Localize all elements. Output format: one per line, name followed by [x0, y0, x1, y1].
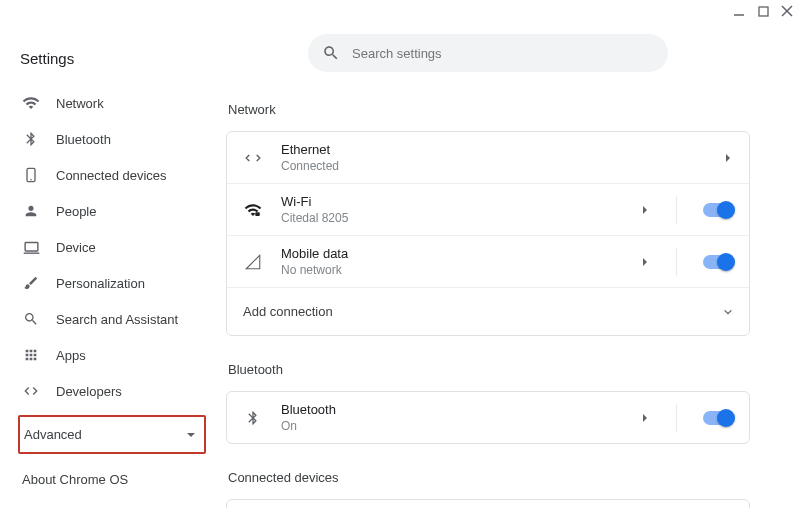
chevron-right-icon[interactable]	[640, 205, 650, 215]
apps-icon	[22, 346, 40, 364]
sidebar-item-search-assistant[interactable]: Search and Assistant	[18, 301, 198, 337]
sidebar-item-personalization[interactable]: Personalization	[18, 265, 198, 301]
wifi-toggle[interactable]	[703, 203, 733, 217]
wifi-status: Citedal 8205	[281, 211, 622, 225]
brush-icon	[22, 274, 40, 292]
sidebar-item-bluetooth[interactable]: Bluetooth	[18, 121, 198, 157]
close-icon[interactable]	[780, 4, 794, 18]
bluetooth-row[interactable]: Bluetooth On	[227, 392, 749, 443]
search-input[interactable]	[352, 46, 654, 61]
wifi-lock-icon	[243, 200, 263, 220]
connected-card: Galaxy S21 5G Enabled	[226, 499, 750, 508]
ethernet-row[interactable]: Ethernet Connected	[227, 132, 749, 183]
sidebar-item-developers[interactable]: Developers	[18, 373, 198, 409]
section-title-bluetooth: Bluetooth	[228, 362, 750, 377]
sidebar-item-device[interactable]: Device	[18, 229, 198, 265]
search-container[interactable]	[308, 34, 668, 72]
mobile-toggle[interactable]	[703, 255, 733, 269]
sidebar-item-label: Personalization	[56, 276, 145, 291]
sidebar-item-apps[interactable]: Apps	[18, 337, 198, 373]
ethernet-label: Ethernet	[281, 142, 705, 157]
chevron-right-icon[interactable]	[640, 413, 650, 423]
svg-rect-1	[759, 7, 768, 16]
connected-device-row[interactable]: Galaxy S21 5G Enabled	[227, 500, 749, 508]
ethernet-icon	[243, 148, 263, 168]
code-icon	[22, 382, 40, 400]
page-title: Settings	[18, 24, 198, 85]
divider	[676, 248, 677, 276]
chevron-right-icon	[723, 153, 733, 163]
mobile-status: No network	[281, 263, 622, 277]
chevron-down-icon	[723, 307, 733, 317]
sidebar-advanced-toggle[interactable]: Advanced	[18, 415, 206, 454]
sidebar-item-label: Bluetooth	[56, 132, 111, 147]
maximize-icon[interactable]	[756, 4, 770, 18]
signal-icon	[243, 252, 263, 272]
sidebar-item-label: Connected devices	[56, 168, 167, 183]
person-icon	[22, 202, 40, 220]
add-connection-label: Add connection	[243, 304, 705, 319]
bluetooth-icon	[243, 408, 263, 428]
sidebar-item-label: Search and Assistant	[56, 312, 178, 327]
bluetooth-toggle[interactable]	[703, 411, 733, 425]
svg-rect-6	[25, 242, 38, 251]
add-connection-row[interactable]: Add connection	[227, 287, 749, 335]
minimize-icon[interactable]	[732, 4, 746, 18]
bluetooth-icon	[22, 130, 40, 148]
ethernet-status: Connected	[281, 159, 705, 173]
network-card: Ethernet Connected Wi-Fi Citedal 8205 Mo	[226, 131, 750, 336]
sidebar-item-network[interactable]: Network	[18, 85, 198, 121]
search-icon	[22, 310, 40, 328]
chevron-right-icon[interactable]	[640, 257, 650, 267]
sidebar-item-label: Network	[56, 96, 104, 111]
sidebar-item-connected-devices[interactable]: Connected devices	[18, 157, 198, 193]
section-title-network: Network	[228, 102, 750, 117]
svg-rect-8	[255, 212, 260, 216]
sidebar-item-label: People	[56, 204, 96, 219]
wifi-label: Wi-Fi	[281, 194, 622, 209]
bluetooth-label: Bluetooth	[281, 402, 622, 417]
divider	[676, 196, 677, 224]
section-title-connected: Connected devices	[228, 470, 750, 485]
about-label: About Chrome OS	[22, 472, 128, 487]
phone-icon	[22, 166, 40, 184]
sidebar-item-people[interactable]: People	[18, 193, 198, 229]
advanced-label: Advanced	[24, 427, 82, 442]
divider	[676, 404, 677, 432]
mobile-label: Mobile data	[281, 246, 622, 261]
wifi-row[interactable]: Wi-Fi Citedal 8205	[227, 183, 749, 235]
sidebar-item-label: Device	[56, 240, 96, 255]
laptop-icon	[22, 238, 40, 256]
bluetooth-status: On	[281, 419, 622, 433]
search-icon	[322, 44, 340, 62]
sidebar-item-label: Apps	[56, 348, 86, 363]
bluetooth-card: Bluetooth On	[226, 391, 750, 444]
sidebar-item-label: Developers	[56, 384, 122, 399]
chevron-down-icon	[186, 430, 196, 440]
sidebar-about[interactable]: About Chrome OS	[18, 454, 198, 505]
wifi-icon	[22, 94, 40, 112]
mobile-row[interactable]: Mobile data No network	[227, 235, 749, 287]
